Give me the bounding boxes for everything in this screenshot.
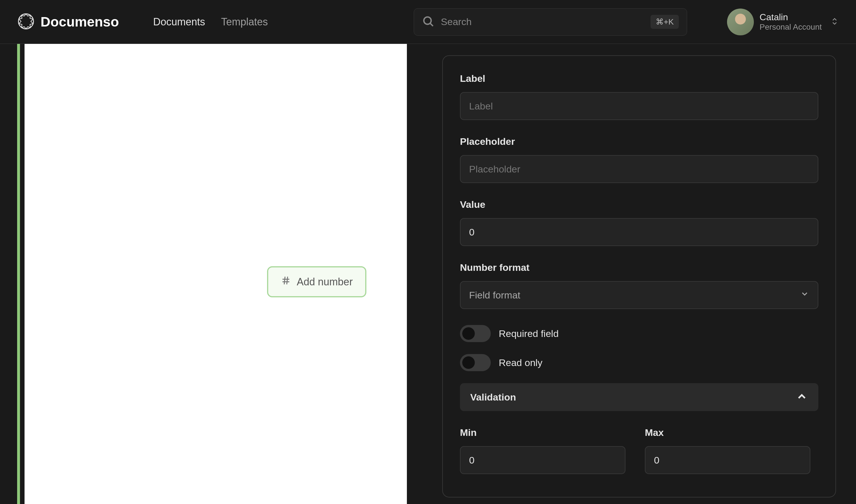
- search-input[interactable]: [441, 16, 651, 28]
- svg-line-2: [430, 23, 433, 26]
- main-content: Add number Label Placeholder Value Numbe…: [0, 44, 856, 504]
- hash-icon: [281, 275, 291, 288]
- properties-sidebar: Label Placeholder Value Number format Fi…: [414, 44, 856, 504]
- brand[interactable]: Documenso: [17, 13, 119, 31]
- chevron-updown-icon: [827, 17, 839, 27]
- max-label: Max: [645, 427, 818, 438]
- label-title: Label: [460, 73, 818, 84]
- required-field-row: Required field: [460, 325, 818, 342]
- read-only-label: Read only: [499, 357, 543, 368]
- min-group: Min: [460, 427, 633, 474]
- label-input[interactable]: [460, 92, 818, 120]
- avatar: [727, 8, 754, 35]
- field-add-number[interactable]: Add number: [267, 266, 366, 297]
- nav-templates[interactable]: Templates: [221, 16, 268, 28]
- read-only-row: Read only: [460, 354, 818, 371]
- properties-panel: Label Placeholder Value Number format Fi…: [442, 55, 836, 498]
- search-shortcut: ⌘+K: [651, 15, 679, 29]
- read-only-toggle[interactable]: [460, 354, 491, 371]
- search-box[interactable]: ⌘+K: [414, 8, 687, 36]
- chevron-down-icon: [800, 289, 809, 301]
- value-input[interactable]: [460, 218, 818, 246]
- min-label: Min: [460, 427, 633, 438]
- page-indicator: [17, 44, 20, 504]
- required-field-toggle[interactable]: [460, 325, 491, 342]
- svg-point-1: [424, 17, 431, 24]
- placeholder-title: Placeholder: [460, 136, 818, 147]
- number-format-title: Number format: [460, 262, 818, 273]
- svg-line-5: [284, 277, 285, 285]
- nav-documents[interactable]: Documents: [153, 16, 205, 28]
- user-menu[interactable]: Catalin Personal Account: [727, 8, 839, 35]
- min-input[interactable]: [460, 446, 626, 474]
- minmax-row: Min Max: [460, 427, 818, 474]
- validation-header[interactable]: Validation: [460, 383, 818, 411]
- svg-line-6: [287, 277, 288, 285]
- search-icon: [422, 15, 434, 29]
- brand-name: Documenso: [40, 14, 119, 30]
- max-input[interactable]: [645, 446, 810, 474]
- document-area: Add number: [0, 44, 414, 504]
- field-add-number-label: Add number: [297, 276, 353, 288]
- app-header: Documenso Documents Templates ⌘+K Catali…: [0, 0, 856, 44]
- placeholder-input[interactable]: [460, 155, 818, 183]
- user-name: Catalin: [759, 12, 822, 22]
- number-format-value: Field format: [469, 290, 520, 301]
- required-field-label: Required field: [499, 328, 559, 339]
- label-group: Label: [460, 73, 818, 120]
- number-format-select[interactable]: Field format: [460, 281, 818, 309]
- main-nav: Documents Templates: [153, 16, 268, 28]
- placeholder-group: Placeholder: [460, 136, 818, 183]
- number-format-group: Number format Field format: [460, 262, 818, 309]
- chevron-up-icon: [795, 390, 808, 404]
- document-page[interactable]: Add number: [24, 44, 407, 504]
- brand-icon: [17, 13, 35, 31]
- user-account: Personal Account: [759, 22, 822, 32]
- value-title: Value: [460, 199, 818, 210]
- max-group: Max: [645, 427, 818, 474]
- validation-title: Validation: [470, 392, 516, 403]
- value-group: Value: [460, 199, 818, 246]
- user-text: Catalin Personal Account: [759, 12, 822, 32]
